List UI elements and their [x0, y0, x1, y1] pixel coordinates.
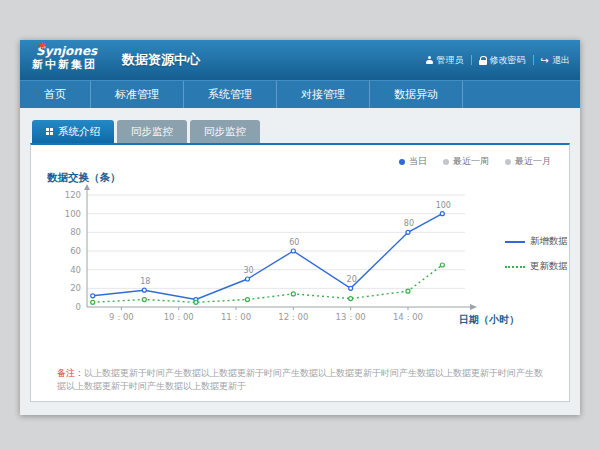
chart-panel: 当日 最近一周 最近一月 数据交换（条） 0204060801001209：00… [30, 143, 570, 402]
svg-text:80: 80 [70, 227, 81, 237]
footnote-text: 以上数据更新于时间产生数据以上数据更新于时间产生数据以上数据更新于时间产生数据以… [57, 368, 543, 391]
logout-button[interactable]: ↪ 退出 [541, 54, 570, 67]
tab-system-intro[interactable]: 系统介绍 [32, 120, 114, 143]
nav-item-connect-mgmt[interactable]: 对接管理 [277, 81, 370, 108]
legend-filter-last-week[interactable]: 最近一周 [443, 155, 489, 168]
legend-dot [443, 159, 449, 165]
tab-sync-monitor-1[interactable]: 同步监控 [117, 120, 187, 143]
logo: ✱ Synjones 新中新集团 [32, 44, 97, 72]
lock-icon [479, 56, 487, 65]
svg-text:11：00: 11：00 [221, 312, 251, 322]
nav-item-standard-mgmt[interactable]: 标准管理 [91, 81, 184, 108]
svg-text:13：00: 13：00 [336, 312, 366, 322]
logout-label: 退出 [552, 54, 570, 67]
series-label: 新增数据 [530, 235, 568, 248]
svg-text:10：00: 10：00 [164, 312, 194, 322]
series-legend-updated-data[interactable]: 更新数据 [505, 260, 568, 273]
divider [533, 55, 534, 65]
nav-item-data-change[interactable]: 数据异动 [370, 81, 463, 108]
footnote: 备注：以上数据更新于时间产生数据以上数据更新于时间产生数据以上数据更新于时间产生… [57, 367, 551, 392]
logo-star-icon: ✱ [38, 41, 46, 52]
svg-text:60: 60 [289, 238, 299, 247]
content-area: 系统介绍 同步监控 同步监控 当日 最近一周 [20, 108, 580, 415]
svg-text:80: 80 [404, 219, 414, 228]
user-label: 管理员 [437, 54, 464, 67]
user-icon [426, 56, 434, 64]
x-axis-title: 日期（小时） [459, 313, 519, 327]
tab-label: 系统介绍 [58, 120, 100, 143]
divider [471, 55, 472, 65]
series-legend-new-data[interactable]: 新增数据 [505, 235, 568, 248]
svg-text:0: 0 [76, 302, 81, 312]
svg-text:12：00: 12：00 [278, 312, 308, 322]
legend-filter-today[interactable]: 当日 [399, 155, 427, 168]
svg-text:20: 20 [70, 283, 81, 293]
svg-text:18: 18 [140, 277, 150, 286]
nav-item-home[interactable]: 首页 [20, 81, 91, 108]
svg-text:20: 20 [347, 275, 357, 284]
svg-text:30: 30 [243, 266, 253, 275]
grid-icon [46, 128, 53, 135]
legend-filter-label: 最近一月 [515, 155, 551, 168]
svg-text:100: 100 [65, 209, 81, 219]
change-password-label: 修改密码 [490, 54, 526, 67]
logo-sub-text: 新中新集团 [32, 58, 97, 71]
series-legend: 新增数据 更新数据 [505, 235, 568, 285]
footnote-prefix: 备注： [57, 368, 84, 378]
main-nav: 首页 标准管理 系统管理 对接管理 数据异动 [20, 80, 580, 108]
svg-text:60: 60 [70, 246, 81, 256]
time-range-legend: 当日 最近一周 最近一月 [399, 155, 551, 168]
svg-text:100: 100 [436, 201, 451, 210]
tab-label: 同步监控 [131, 120, 173, 143]
tab-bar: 系统介绍 同步监控 同步监控 [32, 120, 260, 143]
app-header: ✱ Synjones 新中新集团 数据资源中心 管理员 修改密码 ↪ 退出 [20, 40, 580, 80]
legend-dot [399, 159, 405, 165]
line-sample-icon [505, 241, 525, 243]
header-toolbar: 管理员 修改密码 ↪ 退出 [426, 40, 570, 80]
legend-filter-label: 最近一周 [453, 155, 489, 168]
line-chart: 0204060801001209：0010：0011：0012：0013：001… [39, 181, 499, 341]
svg-text:14：00: 14：00 [393, 312, 423, 322]
nav-item-system-mgmt[interactable]: 系统管理 [184, 81, 277, 108]
series-label: 更新数据 [530, 260, 568, 273]
app-window: ✱ Synjones 新中新集团 数据资源中心 管理员 修改密码 ↪ 退出 首页… [20, 40, 580, 415]
page-title: 数据资源中心 [122, 40, 200, 80]
legend-dot [505, 159, 511, 165]
legend-filter-last-month[interactable]: 最近一月 [505, 155, 551, 168]
tab-sync-monitor-2[interactable]: 同步监控 [190, 120, 260, 143]
svg-text:40: 40 [70, 265, 81, 275]
user-button[interactable]: 管理员 [426, 54, 464, 67]
logout-icon: ↪ [541, 56, 549, 65]
svg-text:9：00: 9：00 [109, 312, 134, 322]
dotted-line-sample-icon [505, 266, 525, 268]
legend-filter-label: 当日 [409, 155, 427, 168]
tab-label: 同步监控 [204, 120, 246, 143]
svg-text:120: 120 [65, 190, 81, 200]
change-password-button[interactable]: 修改密码 [479, 54, 526, 67]
